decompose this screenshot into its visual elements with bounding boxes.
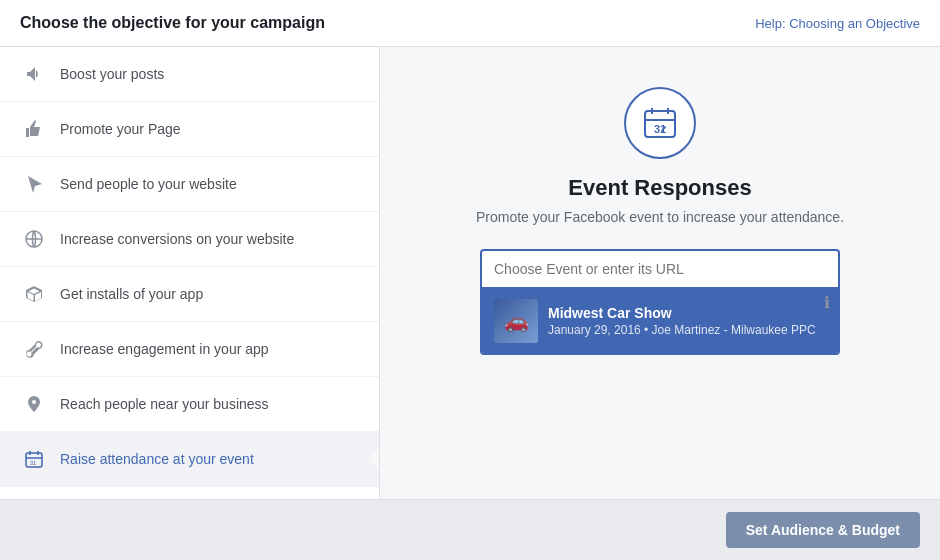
sidebar-item-label: Reach people near your business [60, 396, 269, 412]
dropdown-item-text: Midwest Car Show January 29, 2016 • Joe … [548, 305, 816, 337]
sidebar-item-label: Promote your Page [60, 121, 181, 137]
event-input-container: ℹ 🚗 Midwest Car Show January 29, 2016 • … [480, 249, 840, 355]
sidebar-item-send-to-website[interactable]: Send people to your website [0, 157, 379, 212]
car-icon: 🚗 [504, 309, 529, 333]
sidebar-item-label: Increase engagement in your app [60, 341, 269, 357]
wrench-icon [20, 335, 48, 363]
sidebar-item-boost-posts[interactable]: Boost your posts [0, 47, 379, 102]
calendar-icon: 31 [20, 445, 48, 473]
info-icon: ℹ [824, 293, 830, 312]
svg-text:31: 31 [30, 460, 37, 466]
megaphone-icon [20, 60, 48, 88]
sidebar: Boost your posts Promote your Page Send … [0, 47, 380, 499]
sidebar-item-label: Send people to your website [60, 176, 237, 192]
sidebar-item-raise-attendance[interactable]: 31 Raise attendance at your event [0, 432, 379, 487]
help-link[interactable]: Help: Choosing an Objective [755, 16, 920, 31]
event-thumbnail: 🚗 [494, 299, 538, 343]
page-title: Choose the objective for your campaign [20, 14, 325, 32]
box-icon [20, 280, 48, 308]
sidebar-item-label: Increase conversions on your website [60, 231, 294, 247]
event-dropdown: 🚗 Midwest Car Show January 29, 2016 • Jo… [480, 289, 840, 355]
panel-title: Event Responses [568, 175, 751, 201]
page-header: Choose the objective for your campaign H… [0, 0, 940, 47]
event-calendar-icon: 31 [642, 105, 678, 141]
main-content: Boost your posts Promote your Page Send … [0, 47, 940, 499]
event-url-input[interactable] [480, 249, 840, 289]
sidebar-item-label: Boost your posts [60, 66, 164, 82]
sidebar-item-reach-people[interactable]: Reach people near your business [0, 377, 379, 432]
thumbs-up-icon [20, 115, 48, 143]
sidebar-item-promote-page[interactable]: Promote your Page [0, 102, 379, 157]
event-icon-circle: 31 [624, 87, 696, 159]
pin-icon [20, 390, 48, 418]
event-name: Midwest Car Show [548, 305, 816, 321]
sidebar-item-claim-offer[interactable]: Get people to claim your offer [0, 487, 379, 499]
event-meta: January 29, 2016 • Joe Martinez - Milwau… [548, 323, 816, 337]
dropdown-event-item[interactable]: 🚗 Midwest Car Show January 29, 2016 • Jo… [482, 289, 838, 353]
sidebar-item-increase-engagement[interactable]: Increase engagement in your app [0, 322, 379, 377]
sidebar-item-label: Get installs of your app [60, 286, 203, 302]
set-audience-button[interactable]: Set Audience & Budget [726, 512, 920, 548]
globe-icon [20, 225, 48, 253]
sidebar-item-increase-conversions[interactable]: Increase conversions on your website [0, 212, 379, 267]
page-footer: Set Audience & Budget [0, 499, 940, 560]
sidebar-item-label: Raise attendance at your event [60, 451, 254, 467]
cursor-icon [20, 170, 48, 198]
right-panel: 31 Event Responses Promote your Facebook… [380, 47, 940, 499]
sidebar-item-get-installs[interactable]: Get installs of your app [0, 267, 379, 322]
panel-description: Promote your Facebook event to increase … [476, 209, 844, 225]
